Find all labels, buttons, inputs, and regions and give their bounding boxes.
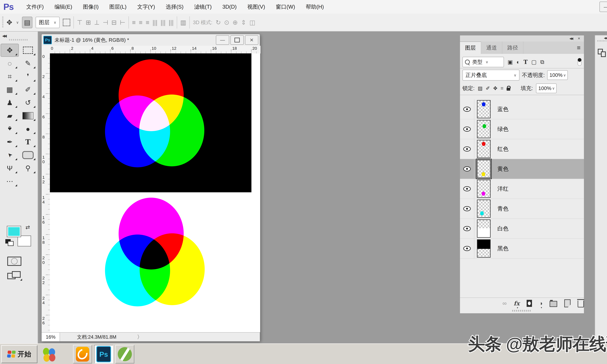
visibility-toggle[interactable]	[460, 99, 474, 119]
layer-thumbnail[interactable]	[477, 120, 490, 138]
visibility-toggle[interactable]	[460, 139, 474, 159]
panel-menu-icon[interactable]: ≡	[577, 41, 584, 54]
visibility-toggle[interactable]	[460, 239, 474, 258]
layer-row-magenta[interactable]: 洋红	[460, 179, 584, 199]
tools-grip[interactable]	[9, 39, 28, 40]
tab-paths[interactable]: 路径	[502, 41, 523, 54]
filter-shape-icon[interactable]: ▢	[531, 59, 537, 65]
layer-name[interactable]: 黄色	[497, 165, 509, 173]
uc-browser-button[interactable]	[73, 345, 92, 364]
menu-3d[interactable]: 3D(D)	[217, 0, 242, 13]
filter-pixel-icon[interactable]: ▣	[508, 59, 513, 65]
dock-grip[interactable]	[597, 40, 607, 41]
layer-style-icon[interactable]: fx▾	[514, 300, 520, 307]
status-expand-icon[interactable]: 〉	[137, 333, 142, 341]
healing-brush-tool[interactable]: ▦	[0, 83, 19, 96]
layer-thumbnail[interactable]	[477, 180, 490, 198]
align-hcenter-icon[interactable]: ⊟	[111, 19, 117, 26]
distribute-left-icon[interactable]: |||	[152, 19, 158, 26]
layer-name[interactable]: 洋红	[497, 185, 509, 193]
layer-row-red[interactable]: 红色	[460, 139, 584, 159]
align-top-icon[interactable]: ⊤	[77, 19, 82, 26]
close-panel-icon[interactable]: ✕	[578, 37, 580, 40]
hand-tool[interactable]: Ψ	[0, 162, 19, 175]
visibility-toggle[interactable]	[460, 219, 474, 238]
menu-file[interactable]: 文件(F)	[21, 0, 49, 13]
auto-select-toggle[interactable]: ▤	[22, 17, 32, 28]
layer-name[interactable]: 青色	[497, 205, 509, 212]
dodge-tool[interactable]: ●	[19, 122, 37, 135]
menu-select[interactable]: 选择(S)	[160, 0, 189, 13]
eyedropper-tool[interactable]: ❜	[19, 70, 37, 83]
lock-artboard-icon[interactable]: ⌗	[501, 85, 503, 91]
type-tool[interactable]: T	[19, 135, 37, 148]
brush-tool[interactable]: ✐	[19, 83, 37, 96]
lock-paint-icon[interactable]: ✐	[486, 85, 490, 91]
visibility-toggle[interactable]	[460, 119, 474, 139]
align-left-icon[interactable]: ⊣	[103, 19, 108, 26]
menu-help[interactable]: 帮助(H)	[301, 0, 329, 13]
fill-field[interactable]: 100% ∨	[536, 83, 557, 93]
visibility-toggle[interactable]	[460, 199, 474, 219]
quick-selection-tool[interactable]: ✎	[19, 57, 37, 70]
menu-layer[interactable]: 图层(L)	[104, 0, 132, 13]
layer-row-green[interactable]: 绿色	[460, 119, 584, 139]
blur-tool[interactable]: ♠	[0, 122, 19, 135]
filter-adjustment-icon[interactable]: ◐	[516, 59, 520, 65]
3d-roll-icon[interactable]: ⊙	[224, 19, 229, 26]
layer-thumbnail[interactable]	[477, 140, 490, 158]
menu-edit[interactable]: 编辑(E)	[49, 0, 78, 13]
history-brush-tool[interactable]: ↺	[19, 96, 37, 109]
clone-stamp-tool[interactable]: ♟	[0, 96, 19, 109]
move-tool-icon[interactable]: ✥	[7, 18, 12, 26]
eraser-tool[interactable]: ▰	[0, 109, 19, 122]
panel-resize-grip[interactable]	[512, 310, 532, 312]
filter-toggle[interactable]	[578, 58, 581, 66]
layer-name[interactable]: 黑色	[497, 245, 509, 252]
menu-window[interactable]: 窗口(W)	[270, 0, 301, 13]
swap-colors-icon[interactable]: ⇄	[26, 224, 30, 230]
crop-tool[interactable]: ⌗	[0, 70, 19, 83]
edit-toolbar[interactable]: ⋯	[0, 175, 19, 188]
minimize-button[interactable]: —	[599, 1, 607, 12]
menu-type[interactable]: 文字(Y)	[132, 0, 160, 13]
layer-row-yellow-selected[interactable]: 黄色	[460, 159, 584, 179]
auto-select-target-dropdown[interactable]: 图层 ∨	[36, 17, 60, 28]
menu-filter[interactable]: 滤镜(T)	[189, 0, 217, 13]
opacity-field[interactable]: 100% ∨	[547, 70, 568, 80]
photoshop-task-button[interactable]: Ps	[94, 345, 113, 364]
start-button[interactable]: 开始	[1, 345, 37, 363]
zoom-level-field[interactable]: 16%	[42, 333, 60, 341]
options-grip[interactable]	[2, 17, 3, 28]
delete-layer-icon[interactable]	[578, 300, 584, 307]
layer-row-white[interactable]: 白色	[460, 219, 584, 239]
path-selection-tool[interactable]: ➤	[0, 148, 19, 162]
arrange-documents-icon[interactable]	[598, 49, 606, 57]
menu-view[interactable]: 视图(V)	[242, 0, 270, 13]
layer-name[interactable]: 绿色	[497, 125, 509, 133]
ruler-top[interactable]: 02468101214161820	[50, 46, 261, 54]
layer-thumbnail[interactable]	[477, 239, 490, 258]
add-mask-icon[interactable]	[527, 300, 532, 307]
layer-name[interactable]: 白色	[497, 225, 509, 232]
tab-channels[interactable]: 通道	[481, 41, 502, 54]
distribute-vcenter-icon[interactable]: ≡	[139, 19, 143, 26]
layer-filter-dropdown[interactable]: 类型 ∨	[462, 57, 504, 67]
layer-name[interactable]: 蓝色	[497, 105, 509, 113]
collapse-tools-icon[interactable]: ◀◀	[2, 34, 6, 38]
layer-thumbnail[interactable]	[477, 100, 490, 118]
doc-minimize-button[interactable]: —	[216, 35, 229, 45]
new-layer-icon[interactable]	[564, 299, 571, 307]
visibility-toggle[interactable]	[460, 179, 474, 199]
doc-maximize-button[interactable]	[230, 35, 244, 45]
filter-type-icon[interactable]: T	[524, 59, 528, 65]
lock-transparent-icon[interactable]: ▨	[478, 85, 483, 91]
pen-tool[interactable]: ✒	[0, 135, 19, 148]
menu-image[interactable]: 图像(I)	[78, 0, 104, 13]
shape-tool[interactable]	[19, 148, 37, 162]
distribute-hcenter-icon[interactable]: |||	[161, 19, 166, 26]
collapse-panel-icon[interactable]: ◀◀	[569, 37, 572, 40]
zoom-tool[interactable]: ⚲	[19, 162, 37, 175]
distribute-right-icon[interactable]: |||	[169, 19, 174, 26]
move-tool[interactable]: ✥	[0, 44, 19, 57]
